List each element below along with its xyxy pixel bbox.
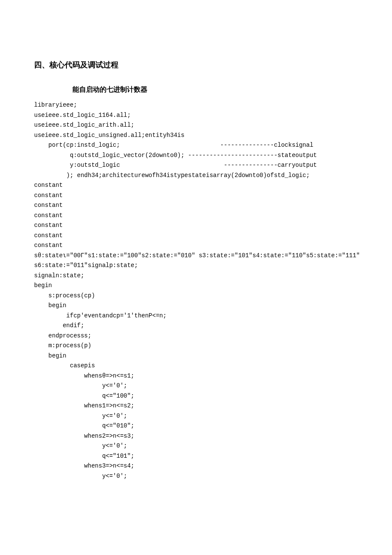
document-page: 四、核心代码及调试过程 能自启动的七进制计数器 libraryieee; use…: [0, 0, 392, 507]
section-heading: 四、核心代码及调试过程: [34, 60, 358, 70]
subheading: 能自启动的七进制计数器: [72, 85, 358, 94]
code-block: libraryieee; useieee.std_logic_1164.all;…: [34, 100, 358, 481]
